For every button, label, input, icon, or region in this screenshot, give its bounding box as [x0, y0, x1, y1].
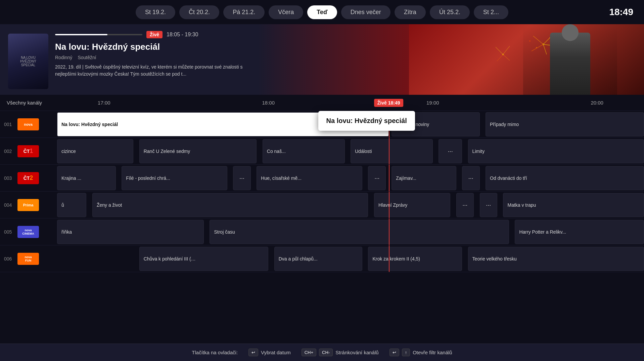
bottom-bar: Tlačítka na ovladači: ↩ Vybrat datum CH+…: [0, 344, 644, 361]
channel-logo-ct1[interactable]: ČT1: [17, 145, 39, 157]
channel-grid: Všechny kanály 17:00 18:00 Živě 18:49 19…: [0, 95, 644, 272]
live-line-002: [389, 138, 389, 164]
channel-row-006: 006 novaFUN Chůva k pohledání III (… Dva…: [0, 245, 644, 272]
program-item[interactable]: Chůva k pohledání III (…: [139, 247, 269, 271]
program-item[interactable]: Fílé - poslední chrá...: [122, 166, 227, 190]
program-item[interactable]: Případy mimo: [486, 112, 644, 136]
ch-minus-icon: CH-: [319, 349, 333, 356]
program-item[interactable]: ···: [456, 193, 474, 217]
hero-progress-row: Živě 18:05 - 19:30: [55, 31, 636, 38]
channel-info-002: 002 ČT1: [0, 138, 57, 164]
bottom-hint-prefix: Tlačítka na ovladači:: [192, 350, 238, 355]
up-icon: ↑: [402, 349, 410, 356]
hero-progress-bar: [55, 34, 142, 35]
program-item[interactable]: Matka v trapu: [503, 193, 644, 217]
time-marker-1800: 18:00: [262, 100, 275, 106]
hint-label-filter: Otevře filtr kanálů: [413, 350, 452, 355]
programs-area-005: říňka Stroj času Harry Potter a Relikv..…: [57, 218, 644, 245]
channel-info-005: 005 novaCINEMA: [0, 218, 57, 245]
program-item[interactable]: Události: [351, 139, 433, 163]
top-nav: St 19.2. Čt 20.2. Pá 21.2. Včera Teď Dne…: [0, 0, 644, 24]
hero-tag-rodinny: Rodinný: [55, 55, 72, 60]
bottom-hint-date: ↩ Vybrat datum: [248, 349, 291, 356]
nav-btn-ct202[interactable]: Čt 20.2.: [179, 5, 219, 19]
program-item[interactable]: ···: [368, 166, 385, 190]
nav-btn-ut252[interactable]: Út 25.2.: [430, 5, 470, 19]
program-item[interactable]: ů: [57, 193, 86, 217]
nav-btn-pa212[interactable]: Pá 21.2.: [223, 5, 265, 19]
program-item[interactable]: Ženy a život: [92, 193, 368, 217]
channel-num-006: 006: [4, 256, 14, 262]
channel-logo-ct2[interactable]: ČT2: [17, 172, 39, 184]
program-item[interactable]: Hue, císařské mě...: [257, 166, 362, 190]
channel-row-003: 003 ČT2 Krajina ... Fílé - poslední chrá…: [0, 165, 644, 192]
time-marker-1900: 19:00: [426, 100, 439, 106]
channel-logo-nova-fun[interactable]: novaFUN: [17, 253, 39, 265]
all-channels-label: Všechny kanály: [0, 100, 57, 106]
live-line-006: [389, 245, 389, 272]
hero-tags: Rodinný Soutěžní: [55, 55, 636, 60]
hero-thumbnail[interactable]: NA LOVUHVĚZDNÝSPECIÁL: [8, 34, 48, 89]
hero-section: NA LOVUHVĚZDNÝSPECIÁL Živě 18:05 - 19:30…: [0, 24, 644, 95]
program-item[interactable]: Krok za krokem II (4,5): [368, 247, 462, 271]
live-line-003: [389, 165, 389, 191]
program-item[interactable]: ···: [439, 139, 462, 163]
channel-info-003: 003 ČT2: [0, 165, 57, 191]
programs-area-006: Chůva k pohledání III (… Dva a půl chlap…: [57, 245, 644, 272]
program-item[interactable]: Zajímav...: [392, 166, 456, 190]
channel-row-004: 004 Prima ů Ženy a život Hlavní Zprávy ·…: [0, 192, 644, 218]
channel-row-005: 005 novaCINEMA říňka Stroj času Harry Po…: [0, 218, 644, 245]
nav-btn-st192[interactable]: St 19.2.: [136, 5, 175, 19]
program-item[interactable]: Harry Potter a Relikv...: [515, 220, 644, 244]
nav-btn-zitra[interactable]: Zítra: [395, 5, 426, 19]
program-item[interactable]: ···: [462, 166, 479, 190]
time-header: Všechny kanály 17:00 18:00 Živě 18:49 19…: [0, 95, 644, 111]
program-item[interactable]: Krajina ...: [57, 166, 116, 190]
ch-plus-icon: CH+: [302, 349, 316, 356]
program-item[interactable]: ···: [480, 193, 497, 217]
nav-btn-st262[interactable]: St 2...: [474, 5, 508, 19]
live-time-badge: Živě 18:49: [374, 99, 404, 107]
program-item[interactable]: říňka: [57, 220, 204, 244]
channel-num-003: 003: [4, 175, 14, 181]
nav-btn-vcera[interactable]: Včera: [269, 5, 303, 19]
channel-info-001: 001 nova: [0, 111, 57, 137]
channel-logo-nova-cinema[interactable]: novaCINEMA: [17, 226, 39, 238]
channel-info-004: 004 Prima: [0, 192, 57, 218]
channel-num-005: 005: [4, 229, 14, 235]
time-marker-1700: 17:00: [98, 100, 110, 106]
program-item[interactable]: Stroj času: [210, 220, 509, 244]
back-icon-2: ↩: [389, 349, 399, 356]
hint-label-paging: Stránkování kanálů: [335, 350, 378, 355]
program-item[interactable]: Limity: [468, 139, 644, 163]
hero-content: Živě 18:05 - 19:30 Na lovu: Hvězdný spec…: [55, 31, 636, 78]
channel-rows: 001 nova Na lovu: Hvězdný speciál Televi…: [0, 111, 644, 272]
program-tooltip: Na lovu: Hvězdný speciál: [318, 111, 415, 131]
program-item[interactable]: Od dvanácti do tří: [486, 166, 644, 190]
hero-tag-soutezni: Soutěžní: [78, 55, 96, 60]
program-item[interactable]: Ranč U Zelené sedmy: [139, 139, 257, 163]
program-item[interactable]: ···: [233, 166, 250, 190]
hint-label-date: Vybrat datum: [261, 350, 291, 355]
live-badge: Živě: [146, 31, 163, 38]
nav-btn-dnesvec[interactable]: Dnes večer: [341, 5, 390, 19]
program-item[interactable]: Hlavní Zprávy: [374, 193, 450, 217]
channel-info-006: 006 novaFUN: [0, 245, 57, 272]
hero-time-range: 18:05 - 19:30: [167, 32, 198, 38]
nav-btn-ted[interactable]: Teď: [307, 5, 337, 19]
bottom-hint-filter: ↩ ↑ Otevře filtr kanálů: [389, 349, 452, 356]
programs-area-002: cizince Ranč U Zelené sedmy Co naš... Ud…: [57, 138, 644, 164]
channel-logo-nova[interactable]: nova: [17, 118, 39, 130]
channel-logo-prima[interactable]: Prima: [17, 199, 39, 211]
hero-progress-fill: [55, 34, 107, 35]
program-item[interactable]: cizince: [57, 139, 133, 163]
channel-num-002: 002: [4, 149, 14, 154]
program-item[interactable]: Teorie velkého třesku: [468, 247, 644, 271]
live-line-004: [389, 192, 389, 218]
channel-num-001: 001: [4, 122, 14, 127]
current-time: 18:49: [609, 7, 633, 17]
bottom-hint-paging: CH+ CH- Stránkování kanálů: [302, 349, 379, 356]
program-item[interactable]: Dva a půl chlapů...: [274, 247, 362, 271]
channel-row-002: 002 ČT1 cizince Ranč U Zelené sedmy Co n…: [0, 138, 644, 165]
program-item[interactable]: Co naš...: [263, 139, 345, 163]
